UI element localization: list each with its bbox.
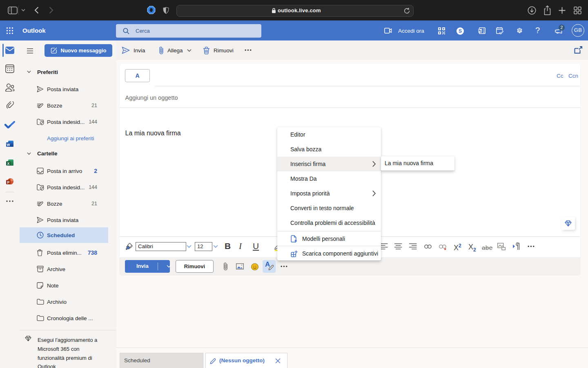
svg-text:X: X (7, 161, 9, 165)
svg-text:W: W (7, 142, 10, 146)
svg-text:P: P (7, 180, 9, 184)
